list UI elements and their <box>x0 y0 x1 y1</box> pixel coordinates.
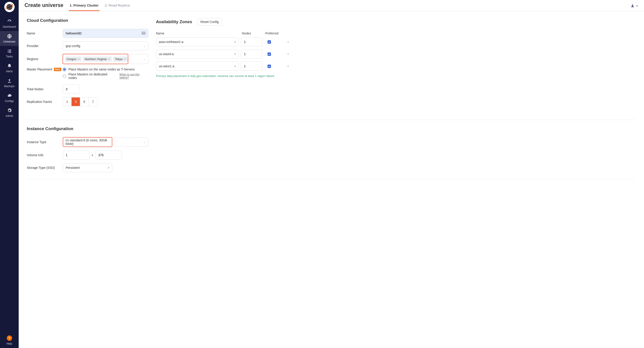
help-icon: ? <box>7 336 12 341</box>
nav-label: Universes <box>4 40 15 43</box>
instance-type-highlight: n1-standard-8 (8 cores, 30GB RAM) <box>63 137 112 147</box>
chevron-down-icon: ▾ <box>108 166 109 169</box>
svg-rect-6 <box>8 51 8 52</box>
az-name-select[interactable]: us-east4-a▾ <box>156 50 239 58</box>
az-remove-icon[interactable]: ✕ <box>285 40 292 44</box>
az-preferred-checkbox[interactable] <box>268 52 271 56</box>
nav-universes[interactable]: Universes <box>0 31 19 46</box>
planet-icon <box>6 3 13 11</box>
divider <box>27 120 636 120</box>
tab-primary-cluster[interactable]: 1. Primary Cluster <box>69 4 100 11</box>
help-link[interactable]: When to use this setting? <box>120 73 148 79</box>
az-preferred-checkbox[interactable] <box>268 40 271 44</box>
cloud-icon <box>7 93 12 98</box>
rf-option-5[interactable]: 5 <box>80 98 89 106</box>
nav-tasks[interactable]: Tasks <box>0 46 19 61</box>
storage-type-value: Persistent <box>66 166 80 170</box>
upload-icon <box>7 78 12 83</box>
rf-option-1[interactable]: 1 <box>63 98 72 106</box>
az-nodes-input[interactable] <box>241 50 262 58</box>
label-total-nodes: Total Nodes <box>27 87 63 91</box>
az-nodes-input[interactable] <box>241 37 262 46</box>
az-preferred-checkbox[interactable] <box>268 64 271 68</box>
svg-rect-7 <box>9 51 11 52</box>
total-nodes-input[interactable] <box>63 85 80 94</box>
label-regions: Regions <box>27 57 63 61</box>
label-name: Name <box>27 32 63 35</box>
remove-region-icon[interactable]: ✕ <box>78 58 80 60</box>
az-table-headers: Name Nodes Preferred <box>156 32 300 35</box>
tab-read-replica[interactable]: 2. Read Replica <box>104 4 131 11</box>
chevron-down-icon: ▼ <box>636 5 638 7</box>
az-header-nodes: Nodes <box>241 32 262 35</box>
reset-config-button[interactable]: Reset Config <box>197 18 222 26</box>
region-chip: Tokyo✕ <box>113 56 128 62</box>
az-remove-icon[interactable]: ✕ <box>285 52 292 56</box>
label-instance-type: Instance Type <box>27 140 63 144</box>
svg-point-12 <box>143 32 144 33</box>
rf-option-3[interactable]: 3 <box>72 98 80 106</box>
nav-label: Alerts <box>6 70 13 73</box>
user-icon <box>630 4 634 8</box>
storage-type-select[interactable]: Persistent ▾ <box>63 163 112 172</box>
volume-separator: x <box>92 153 93 157</box>
provider-value: gcp-config <box>66 44 80 48</box>
label-provider: Provider <box>27 44 63 48</box>
remove-region-icon[interactable]: ✕ <box>108 58 110 60</box>
volume-count-input[interactable] <box>63 150 89 160</box>
nav-label: Tasks <box>6 55 13 58</box>
az-remove-icon[interactable]: ✕ <box>285 64 292 68</box>
az-name-select[interactable]: us-west1-a▾ <box>156 62 239 71</box>
cloud-config-heading: Cloud Configuration <box>27 18 68 23</box>
nav-admin[interactable]: Admin <box>0 105 19 120</box>
nav-label: Backups <box>4 85 14 88</box>
svg-point-10 <box>632 4 633 6</box>
nav-backups[interactable]: Backups <box>0 76 19 90</box>
sidebar: Dashboard Universes Tasks Alerts Backups… <box>0 0 19 348</box>
user-menu[interactable]: ▼ <box>630 4 638 11</box>
regions-select[interactable]: Oregon✕ Northern Virginia✕ Tokyo✕ ⌄ <box>63 54 148 64</box>
label-rf: Replication Factor <box>27 100 63 104</box>
topbar: Create universe 1. Primary Cluster 2. Re… <box>19 0 644 11</box>
nav-configs[interactable]: Configs <box>0 90 19 105</box>
radio-colocated[interactable]: Place Masters on the same nodes as T-Ser… <box>63 68 148 71</box>
nav-label: Admin <box>6 114 13 118</box>
nav-label: Dashboard <box>3 25 16 28</box>
az-row: us-west1-a▾ ✕ <box>156 62 300 71</box>
radio-dedicated[interactable]: Place Masters on dedicated nodes When to… <box>63 72 148 80</box>
svg-rect-5 <box>9 50 11 50</box>
chevron-down-icon: ▾ <box>234 65 236 68</box>
nav-label: Help <box>6 342 12 345</box>
svg-rect-4 <box>8 50 8 50</box>
az-heading: Availability Zones <box>156 19 192 24</box>
remove-region-icon[interactable]: ✕ <box>124 58 126 60</box>
globe-icon <box>7 34 12 39</box>
chevron-down-icon: ▾ <box>234 53 236 56</box>
chevron-down-icon: ⌄ <box>143 44 145 48</box>
region-chip: Northern Virginia✕ <box>83 56 112 62</box>
nav-help[interactable]: ? Help <box>0 333 19 348</box>
label-storage-type: Storage Type (SSD) <box>27 166 63 170</box>
divider <box>27 179 636 179</box>
az-header-name: Name <box>156 32 241 35</box>
volume-size-input[interactable] <box>96 150 122 160</box>
svg-point-2 <box>12 4 12 5</box>
nav-alerts[interactable]: Alerts <box>0 61 19 76</box>
logo <box>4 2 15 12</box>
name-input[interactable] <box>66 32 142 35</box>
instance-type-select[interactable]: ⌄ <box>113 138 148 146</box>
instance-config-heading: Instance Configuration <box>27 126 73 131</box>
provider-select[interactable]: gcp-config ⌄ <box>63 42 148 50</box>
label-volume-info: Volume Info <box>27 153 63 157</box>
az-name-select[interactable]: asia-northeast1-a▾ <box>156 37 239 46</box>
az-nodes-input[interactable] <box>241 62 262 71</box>
radio-icon <box>63 68 66 71</box>
placement-status: Primary data placement is fully geo-redu… <box>156 74 300 78</box>
az-row: asia-northeast1-a▾ ✕ <box>156 37 300 46</box>
page-title: Create universe <box>24 2 64 11</box>
beta-badge: Beta <box>54 68 61 71</box>
az-row: us-east4-a▾ ✕ <box>156 50 300 58</box>
rf-option-7[interactable]: 7 <box>89 98 97 106</box>
nav-dashboard[interactable]: Dashboard <box>0 16 19 31</box>
chevron-down-icon: ▾ <box>234 40 236 44</box>
